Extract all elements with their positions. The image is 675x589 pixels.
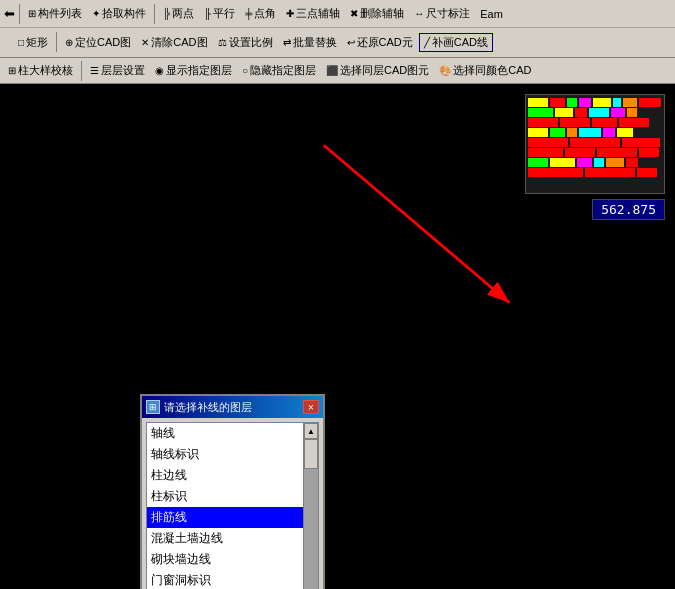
sep1 <box>19 4 20 24</box>
coordinate-value: 562.875 <box>601 202 656 217</box>
cad-thumbnail <box>525 94 665 194</box>
toolbar-clear-label: 清除CAD图 <box>151 35 207 50</box>
toolbar-pick-btn[interactable]: ✦ 拾取构件 <box>88 4 150 23</box>
listbox-wrapper: 轴线轴线标识柱边线柱标识排筋线混凝土墙边线砌块墙边线门窗洞标识梁边线梁集中标注梁… <box>146 422 319 589</box>
toolbar-table-label: 构件列表 <box>38 6 82 21</box>
toolbar-pos-btn[interactable]: ⊕ 定位CAD图 <box>61 33 135 52</box>
list-item[interactable]: 柱边线 <box>147 465 303 486</box>
toolbar-hidelayer-btn[interactable]: ○ 隐藏指定图层 <box>238 61 320 80</box>
list-item[interactable]: 门窗洞标识 <box>147 570 303 589</box>
scroll-up-button[interactable]: ▲ <box>304 423 318 439</box>
list-item[interactable]: 柱标识 <box>147 486 303 507</box>
toolbar-showlayer-btn[interactable]: ◉ 显示指定图层 <box>151 61 236 80</box>
toolbar-replace-btn[interactable]: ⇄ 批量替换 <box>279 33 341 52</box>
toolbar-pos-label: 定位CAD图 <box>75 35 131 50</box>
dialog-close-button[interactable]: × <box>303 400 319 414</box>
list-item[interactable]: 排筋线 <box>147 507 303 528</box>
toolbar-pick-label: 拾取构件 <box>102 6 146 21</box>
toolbar-parallel-btn[interactable]: ╟ 平行 <box>200 4 239 23</box>
red-arrow <box>310 134 540 314</box>
dialog-titlebar[interactable]: ⊞ 请选择补线的图层 × <box>142 396 323 418</box>
toolbar-dim-btn[interactable]: ↔ 尺寸标注 <box>410 4 474 23</box>
toolbar-rect-btn[interactable]: □ 矩形 <box>14 33 52 52</box>
toolbar-row1: ⬅ ⊞ 构件列表 ✦ 拾取构件 ╠ 两点 ╟ 平行 ╪ 点角 ✚ 三点辅轴 ✖ … <box>0 0 675 28</box>
sep4 <box>81 61 82 81</box>
dialog-body: 轴线轴线标识柱边线柱标识排筋线混凝土墙边线砌块墙边线门窗洞标识梁边线梁集中标注梁… <box>142 418 323 589</box>
toolbar-replace-label: 批量替换 <box>293 35 337 50</box>
toolbar-angle-btn[interactable]: ╪ 点角 <box>241 4 280 23</box>
toolbar-scale-label: 设置比例 <box>229 35 273 50</box>
toolbar: ⬅ ⊞ 构件列表 ✦ 拾取构件 ╠ 两点 ╟ 平行 ╪ 点角 ✚ 三点辅轴 ✖ … <box>0 0 675 58</box>
toolbar-selectcolor-label: 选择同颜色CAD <box>453 63 531 78</box>
toolbar-arrow-icon: ⬅ <box>4 6 15 21</box>
toolbar-row2: □ 矩形 ⊕ 定位CAD图 ✕ 清除CAD图 ⚖ 设置比例 ⇄ 批量替换 ↩ 还… <box>0 28 675 56</box>
toolbar-three-label: 三点辅轴 <box>296 6 340 21</box>
toolbar-showlayer-label: 显示指定图层 <box>166 63 232 78</box>
toolbar-eam-btn[interactable]: Eam <box>476 6 507 22</box>
dialog-title-left: ⊞ 请选择补线的图层 <box>146 400 252 415</box>
toolbar-eam-label: Eam <box>480 8 503 20</box>
list-item[interactable]: 砌块墙边线 <box>147 549 303 570</box>
toolbar-table-icon[interactable]: ⊞ 构件列表 <box>24 4 86 23</box>
coordinate-display: 562.875 <box>592 199 665 220</box>
toolbar-draw-label: 补画CAD线 <box>432 35 488 50</box>
list-item[interactable]: 轴线 <box>147 423 303 444</box>
toolbar-selectsame-label: 选择同层CAD图元 <box>340 63 429 78</box>
toolbar-twopoint-label: 两点 <box>172 6 194 21</box>
toolbar-parallel-label: 平行 <box>213 6 235 21</box>
dialog-title-icon: ⊞ <box>146 400 160 414</box>
toolbar-row3: ⊞ 柱大样校核 ☰ 层层设置 ◉ 显示指定图层 ○ 隐藏指定图层 ⬛ 选择同层C… <box>0 58 675 84</box>
toolbar-layerset-btn[interactable]: ☰ 层层设置 <box>86 61 149 80</box>
toolbar-check-btn[interactable]: ⊞ 柱大样校核 <box>4 61 77 80</box>
toolbar-delete-btn[interactable]: ✖ 删除辅轴 <box>346 4 408 23</box>
toolbar-twopoint-btn[interactable]: ╠ 两点 <box>159 4 198 23</box>
list-item[interactable]: 轴线标识 <box>147 444 303 465</box>
toolbar-draw-btn[interactable]: ╱ 补画CAD线 <box>419 33 493 52</box>
layer-listbox[interactable]: 轴线轴线标识柱边线柱标识排筋线混凝土墙边线砌块墙边线门窗洞标识梁边线梁集中标注梁… <box>147 423 303 589</box>
layer-select-dialog: ⊞ 请选择补线的图层 × 轴线轴线标识柱边线柱标识排筋线混凝土墙边线砌块墙边线门… <box>140 394 325 589</box>
sep3 <box>56 32 57 52</box>
toolbar-layerset-label: 层层设置 <box>101 63 145 78</box>
toolbar-delete-label: 删除辅轴 <box>360 6 404 21</box>
toolbar-rect-label: 矩形 <box>26 35 48 50</box>
list-item[interactable]: 混凝土墙边线 <box>147 528 303 549</box>
sep2 <box>154 4 155 24</box>
toolbar-clear-btn[interactable]: ✕ 清除CAD图 <box>137 33 211 52</box>
toolbar-selectcolor-btn[interactable]: 🎨 选择同颜色CAD <box>435 61 535 80</box>
toolbar-angle-label: 点角 <box>254 6 276 21</box>
scroll-thumb[interactable] <box>304 439 318 469</box>
cad-canvas: 562.875 ⊞ 请选择补线的图层 × 轴线轴线标识柱边线柱标识排筋线混凝土墙… <box>0 84 675 589</box>
listbox-container: 轴线轴线标识柱边线柱标识排筋线混凝土墙边线砌块墙边线门窗洞标识梁边线梁集中标注梁… <box>146 422 319 589</box>
toolbar-hidelayer-label: 隐藏指定图层 <box>250 63 316 78</box>
toolbar-restore-btn[interactable]: ↩ 还原CAD元 <box>343 33 417 52</box>
toolbar-scale-btn[interactable]: ⚖ 设置比例 <box>214 33 277 52</box>
toolbar-restore-label: 还原CAD元 <box>357 35 413 50</box>
toolbar-three-btn[interactable]: ✚ 三点辅轴 <box>282 4 344 23</box>
toolbar-selectsame-btn[interactable]: ⬛ 选择同层CAD图元 <box>322 61 433 80</box>
toolbar-dim-label: 尺寸标注 <box>426 6 470 21</box>
scrollbar[interactable]: ▲ ▼ <box>303 422 319 589</box>
close-icon: × <box>308 402 314 413</box>
toolbar-check-label: 柱大样校核 <box>18 63 73 78</box>
dialog-title-text: 请选择补线的图层 <box>164 400 252 415</box>
svg-line-1 <box>324 145 510 303</box>
scroll-track[interactable] <box>304 439 318 589</box>
